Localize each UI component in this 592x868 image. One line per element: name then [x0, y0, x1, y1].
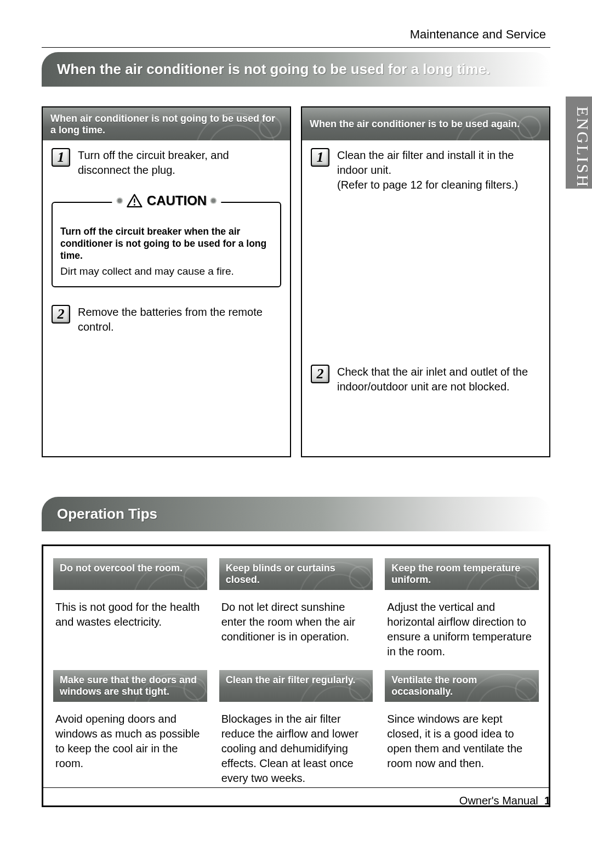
panel-header-not-used: When air conditioner is not going to be … — [43, 107, 290, 140]
panel-title: When air conditioner is not going to be … — [50, 113, 275, 135]
panel-header-used-again: When the air conditioner is to be used a… — [302, 107, 549, 140]
step-number-icon: 2 — [52, 305, 70, 324]
tip-header: Clean the air filter regularly. — [219, 670, 373, 702]
dot-icon — [117, 198, 122, 203]
spacer — [302, 198, 549, 357]
caution-body-text: Dirt may collect and may cause a fire. — [60, 265, 272, 277]
step-2-right: 2 Check that the air inlet and outlet of… — [302, 357, 549, 400]
footer-text: Owner's Manual 1 — [42, 795, 550, 807]
svg-point-1 — [133, 204, 135, 206]
step-2-left-text: Remove the batteries from the remote con… — [78, 305, 281, 334]
tip-doors: Make sure that the doors and windows are… — [53, 670, 207, 786]
tip-uniform: Keep the room temperature uniform. Adjus… — [385, 558, 539, 659]
step-1-right-text: Clean the air filter and install it in t… — [337, 148, 540, 192]
dot-icon — [211, 198, 215, 203]
language-tab: ENGLISH — [566, 97, 592, 189]
panel-used-again: When the air conditioner is to be used a… — [301, 106, 550, 457]
step-1-left-text: Turn off the circuit breaker, and discon… — [78, 148, 281, 178]
step-1-right: 1 Clean the air filter and install it in… — [302, 140, 549, 198]
tip-body: Blockages in the air filter reduce the a… — [219, 702, 373, 786]
tip-header: Ventilate the room occasionally. — [385, 670, 539, 702]
tip-body: Since windows are kept closed, it is a g… — [385, 702, 539, 771]
tip-body: This is not good for the health and wast… — [53, 590, 207, 629]
caution-label: CAUTION — [147, 193, 207, 208]
tip-header: Keep the room temperature uniform. — [385, 558, 539, 590]
panel-not-used: When air conditioner is not going to be … — [42, 106, 291, 457]
step-number-icon: 1 — [52, 148, 70, 167]
tip-header: Keep blinds or curtains closed. — [219, 558, 373, 590]
caution-box: CAUTION Turn off the circuit breaker whe… — [52, 202, 281, 287]
warning-triangle-icon — [126, 194, 143, 208]
tip-header: Do not overcool the room. — [53, 558, 207, 590]
tip-blinds: Keep blinds or curtains closed. Do not l… — [219, 558, 373, 659]
tip-overcool: Do not overcool the room. This is not go… — [53, 558, 207, 659]
page: Maintenance and Service ENGLISH When the… — [0, 0, 592, 829]
tips-container: Do not overcool the room. This is not go… — [42, 544, 550, 807]
page-footer: Owner's Manual 1 — [42, 787, 550, 807]
tip-body: Avoid opening doors and windows as much … — [53, 702, 207, 771]
step-number-icon: 1 — [311, 148, 329, 167]
two-panel-row: When air conditioner is not going to be … — [42, 106, 550, 457]
step-number-icon: 2 — [311, 365, 329, 383]
tips-grid: Do not overcool the room. This is not go… — [53, 558, 539, 786]
step-2-right-text: Check that the air inlet and outlet of t… — [337, 365, 540, 394]
footer-rule — [42, 787, 550, 788]
header-rule — [42, 47, 550, 48]
section-header: Maintenance and Service — [42, 27, 550, 42]
page-number: 1 — [544, 795, 550, 807]
caution-bold-text: Turn off the circuit breaker when the ai… — [60, 226, 272, 262]
footer-label: Owner's Manual — [459, 795, 538, 807]
step-2-left: 2 Remove the batteries from the remote c… — [43, 297, 290, 340]
panel-title: When the air conditioner is to be used a… — [310, 118, 520, 129]
tip-header: Make sure that the doors and windows are… — [53, 670, 207, 702]
section-banner-tips: Operation Tips — [42, 497, 550, 531]
section-banner-long-time: When the air conditioner is not going to… — [42, 52, 550, 87]
tip-body: Do not let direct sunshine enter the roo… — [219, 590, 373, 644]
caution-title: CAUTION — [112, 193, 221, 208]
tip-filter: Clean the air filter regularly. Blockage… — [219, 670, 373, 786]
tip-ventilate: Ventilate the room occasionally. Since w… — [385, 670, 539, 786]
tip-body: Adjust the vertical and horizontal airfl… — [385, 590, 539, 659]
step-1-left: 1 Turn off the circuit breaker, and disc… — [43, 140, 290, 183]
